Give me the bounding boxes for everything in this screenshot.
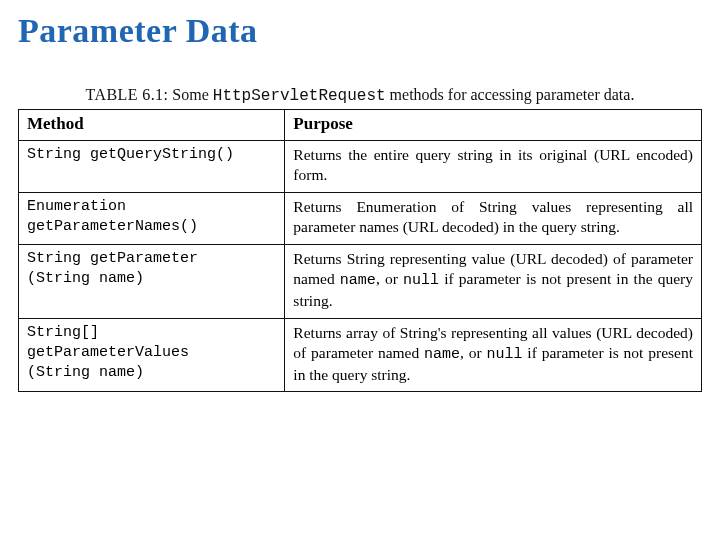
purpose-cell: Returns array of String's representing a… — [285, 318, 702, 392]
code-literal: null — [403, 272, 439, 289]
parameter-table: Method Purpose String getQueryString()Re… — [18, 109, 702, 392]
header-method: Method — [19, 110, 285, 141]
code-literal: name — [424, 346, 460, 363]
table-row: String getParameter (String name)Returns… — [19, 244, 702, 318]
table-row: String[] getParameterValues (String name… — [19, 318, 702, 392]
table-block: TABLE 6.1: Some HttpServletRequest metho… — [18, 86, 702, 392]
table-header-row: Method Purpose — [19, 110, 702, 141]
method-cell: Enumeration getParameterNames() — [19, 192, 285, 244]
method-cell: String getQueryString() — [19, 141, 285, 193]
page-title: Parameter Data — [18, 12, 702, 50]
purpose-cell: Returns String representing value (URL d… — [285, 244, 702, 318]
caption-label: TABLE 6.1: — [86, 86, 169, 103]
code-literal: name — [340, 272, 376, 289]
table-caption: TABLE 6.1: Some HttpServletRequest metho… — [18, 86, 702, 105]
method-cell: String[] getParameterValues (String name… — [19, 318, 285, 392]
purpose-cell: Returns the entire query string in its o… — [285, 141, 702, 193]
method-cell: String getParameter (String name) — [19, 244, 285, 318]
caption-code: HttpServletRequest — [213, 87, 386, 105]
header-purpose: Purpose — [285, 110, 702, 141]
table-row: String getQueryString()Returns the entir… — [19, 141, 702, 193]
caption-text-before: Some — [168, 86, 212, 103]
caption-text-after: methods for accessing parameter data. — [386, 86, 635, 103]
code-literal: null — [487, 346, 523, 363]
purpose-cell: Returns Enumeration of String values rep… — [285, 192, 702, 244]
table-row: Enumeration getParameterNames()Returns E… — [19, 192, 702, 244]
